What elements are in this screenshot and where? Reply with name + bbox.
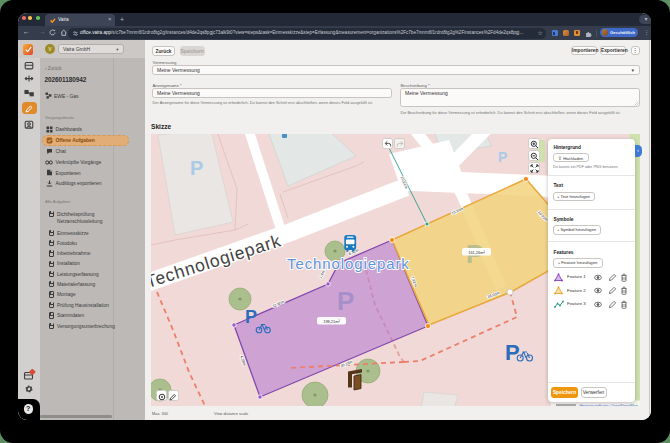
svg-text:P: P — [190, 157, 203, 179]
svg-text:P: P — [498, 149, 507, 165]
svg-text:P: P — [337, 286, 354, 316]
svg-text:161,26m²: 161,26m² — [468, 250, 485, 255]
svg-text:Hintergrundkarte: OpenStreetMa: Hintergrundkarte: OpenStreetMap — [579, 403, 638, 407]
svg-text:198,21m²: 198,21m² — [323, 319, 340, 324]
svg-text:P: P — [245, 307, 257, 327]
svg-text:Technologiepark: Technologiepark — [287, 255, 410, 272]
svg-text:P: P — [505, 340, 520, 365]
